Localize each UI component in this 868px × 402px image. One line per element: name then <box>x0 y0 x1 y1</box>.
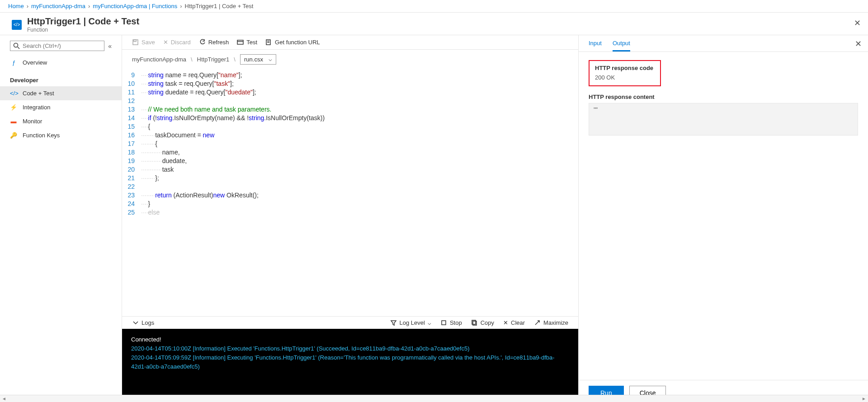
search-icon <box>13 42 20 49</box>
chevron-right-icon: › <box>27 3 28 9</box>
refresh-button[interactable]: Refresh <box>199 39 229 46</box>
maximize-icon <box>534 319 541 326</box>
code-line[interactable]: 10····string·task·=·req.Query["task"]; <box>122 79 578 88</box>
code-editor[interactable]: 9····string·name·=·req.Query["name"];10·… <box>122 69 578 316</box>
logs-toolbar: Logs Log Level ⌵ Stop Copy ✕ Clear <box>122 316 578 329</box>
code-line[interactable]: 13····// We need both name and task para… <box>122 105 578 114</box>
file-select-dropdown[interactable]: run.csx <box>240 54 276 65</box>
code-line[interactable]: 14····if·(!string.IsNullOrEmpty(name)·&&… <box>122 114 578 122</box>
code-line[interactable]: 15····{ <box>122 122 578 131</box>
code-content[interactable]: ····if·(!string.IsNullOrEmpty(name)·&&·!… <box>141 114 578 122</box>
search-input[interactable] <box>10 41 104 51</box>
code-line[interactable]: 12 <box>122 97 578 105</box>
close-blade-button[interactable]: ✕ <box>854 18 861 28</box>
url-icon <box>265 39 272 46</box>
maximize-button[interactable]: Maximize <box>534 319 568 326</box>
code-content[interactable]: ········return·(ActionResult)new·OkResul… <box>141 191 578 200</box>
code-line[interactable]: 22 <box>122 182 578 191</box>
sidebar-item-monitor[interactable]: ▬ Monitor <box>0 114 122 128</box>
breadcrumb-functions[interactable]: myFunctionApp-dma | Functions <box>93 3 177 9</box>
chevron-down-icon <box>132 319 139 326</box>
discard-icon: ✕ <box>163 39 168 46</box>
discard-button[interactable]: ✕ Discard <box>163 39 191 46</box>
code-content[interactable]: ········taskDocument·=·new <box>141 131 578 140</box>
code-line[interactable]: 19············duedate, <box>122 157 578 165</box>
sidebar-item-label: Overview <box>23 59 47 66</box>
code-content[interactable] <box>141 182 578 191</box>
code-line[interactable]: 20············task <box>122 165 578 174</box>
line-number: 20 <box>122 165 141 174</box>
line-number: 12 <box>122 97 141 105</box>
code-line[interactable]: 18············name, <box>122 148 578 157</box>
logs-toggle[interactable]: Logs <box>132 319 154 326</box>
chevron-down-icon: ⌵ <box>428 319 431 326</box>
response-content-box: "" <box>589 103 858 136</box>
code-content[interactable]: ····} <box>141 200 578 208</box>
svg-line-13 <box>535 321 539 325</box>
tabs: Input Output <box>579 35 868 52</box>
toolbar: Save ✕ Discard Refresh Test Get function… <box>122 35 578 50</box>
collapse-sidebar-button[interactable]: « <box>108 42 112 50</box>
path-app: myFunctionApp-dma <box>132 56 186 63</box>
code-content[interactable]: ············duedate, <box>141 157 578 165</box>
code-line[interactable]: 16········taskDocument·=·new <box>122 131 578 140</box>
sidebar-item-function-keys[interactable]: 🔑 Function Keys <box>0 128 122 142</box>
logs-panel[interactable]: Connected! 2020-04-14T05:10:00Z [Informa… <box>122 329 578 402</box>
line-number: 22 <box>122 182 141 191</box>
code-line[interactable]: 23········return·(ActionResult)new·OkRes… <box>122 191 578 200</box>
stop-button[interactable]: Stop <box>440 319 462 326</box>
code-line[interactable]: 25····else <box>122 208 578 217</box>
function-fx-icon: ƒ <box>10 59 17 66</box>
code-content[interactable]: ············task <box>141 165 578 174</box>
copy-button[interactable]: Copy <box>471 319 494 326</box>
code-content[interactable]: ············name, <box>141 148 578 157</box>
code-content[interactable]: ····string·task·=·req.Query["task"]; <box>141 79 578 88</box>
loglevel-label: Log Level <box>400 319 425 326</box>
clear-icon: ✕ <box>503 319 508 326</box>
svg-rect-10 <box>442 321 446 325</box>
breadcrumb-home[interactable]: Home <box>8 3 24 9</box>
breadcrumb: Home › myFunctionApp-dma › myFunctionApp… <box>0 0 868 13</box>
code-content[interactable]: ····// We need both name and task parame… <box>141 105 578 114</box>
file-select-value: run.csx <box>244 56 263 63</box>
code-content[interactable]: ········}; <box>141 174 578 182</box>
code-line[interactable]: 9····string·name·=·req.Query["name"]; <box>122 71 578 79</box>
path-func: HttpTrigger1 <box>197 56 230 63</box>
code-line[interactable]: 11····string·duedate·=·req.Query["duedat… <box>122 88 578 97</box>
line-number: 14 <box>122 114 141 122</box>
search-field[interactable] <box>23 42 101 49</box>
tab-output[interactable]: Output <box>613 40 630 51</box>
line-number: 16 <box>122 131 141 140</box>
horizontal-scrollbar[interactable]: ◄► <box>0 395 868 402</box>
sidebar-item-overview[interactable]: ƒ Overview <box>0 56 122 70</box>
svg-point-0 <box>14 43 18 47</box>
key-icon: 🔑 <box>10 132 17 139</box>
code-line[interactable]: 21········}; <box>122 174 578 182</box>
sidebar-item-code-test[interactable]: </> Code + Test <box>0 86 122 100</box>
breadcrumb-app[interactable]: myFunctionApp-dma <box>31 3 85 9</box>
tab-input[interactable]: Input <box>589 40 602 51</box>
lightning-icon: ⚡ <box>10 104 17 111</box>
line-number: 24 <box>122 200 141 208</box>
discard-label: Discard <box>171 39 191 46</box>
code-line[interactable]: 17········{ <box>122 140 578 148</box>
get-function-url-button[interactable]: Get function URL <box>265 39 320 46</box>
line-number: 19 <box>122 157 141 165</box>
sidebar-item-integration[interactable]: ⚡ Integration <box>0 100 122 114</box>
close-panel-button[interactable]: ✕ <box>855 39 862 49</box>
code-content[interactable] <box>141 97 578 105</box>
code-content[interactable]: ····{ <box>141 122 578 131</box>
code-content[interactable]: ········{ <box>141 140 578 148</box>
clear-button[interactable]: ✕ Clear <box>503 319 525 326</box>
code-content[interactable]: ····string·name·=·req.Query["name"]; <box>141 71 578 79</box>
copy-label: Copy <box>481 319 494 326</box>
code-content[interactable]: ····else <box>141 208 578 217</box>
test-button[interactable]: Test <box>237 39 257 46</box>
stop-icon <box>440 319 447 326</box>
line-number: 13 <box>122 105 141 114</box>
code-line[interactable]: 24····} <box>122 200 578 208</box>
code-content[interactable]: ····string·duedate·=·req.Query["duedate"… <box>141 88 578 97</box>
save-button[interactable]: Save <box>132 39 155 46</box>
response-code-value: 200 OK <box>595 74 655 81</box>
log-level-dropdown[interactable]: Log Level ⌵ <box>390 319 431 326</box>
